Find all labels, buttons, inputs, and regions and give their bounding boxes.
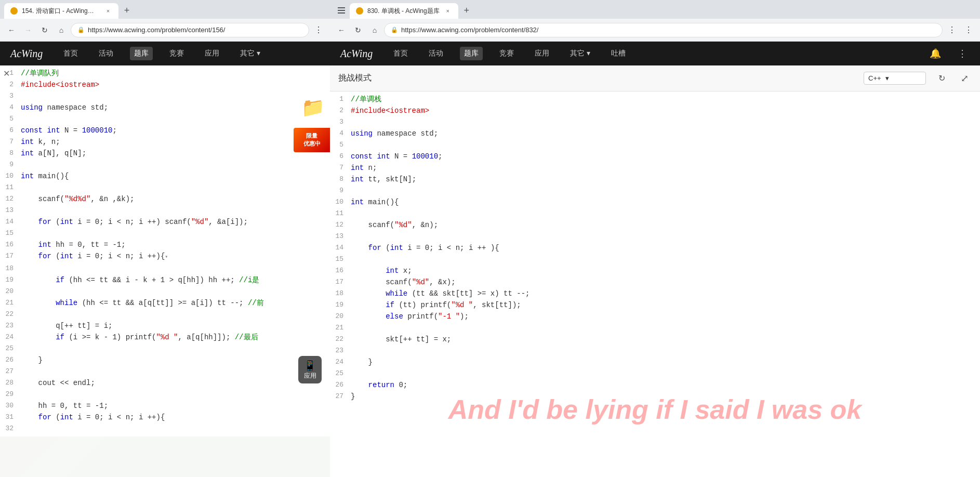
- right-sidebar-toggle[interactable]: [334, 3, 349, 18]
- right-code-line-5: 5: [330, 139, 980, 151]
- right-code-line-23: 23: [330, 345, 980, 356]
- right-back-btn[interactable]: ←: [334, 23, 349, 37]
- left-code-line-24: 24 if (i >= k - 1) printf("%d ", a[q[hh]…: [0, 332, 330, 343]
- right-code-line-16: 16 int x;: [330, 265, 980, 276]
- right-nav-problems[interactable]: 题库: [460, 47, 483, 60]
- left-reload-btn[interactable]: ↻: [37, 23, 52, 37]
- right-new-tab[interactable]: +: [459, 3, 474, 18]
- left-code-line-17: 17 for (int i = 0; i < n; i ++){▾: [0, 250, 330, 263]
- left-close-x[interactable]: ✕: [3, 69, 10, 78]
- left-nav-home[interactable]: 首页: [59, 47, 82, 60]
- right-extra-btn[interactable]: ⋮: [961, 23, 976, 37]
- app-icon-label: 应用: [303, 372, 316, 380]
- left-logo[interactable]: AcWing: [10, 48, 43, 60]
- left-address-bar: ← → ↻ ⌂ 🔒 https://www.acwing.com/problem…: [0, 19, 330, 42]
- svg-rect-2: [338, 12, 345, 14]
- left-active-tab[interactable]: 154. 滑动窗口 - AcWing题库 ×: [4, 3, 118, 19]
- right-browser: 830. 单调栈 - AcWing题库 × + ← ↻ ⌂ 🔒 https://…: [330, 0, 980, 477]
- right-home-btn[interactable]: ⌂: [367, 23, 382, 37]
- right-code-container: 1 //单调栈 2 #include<iostream> 3 4 using n…: [330, 91, 980, 404]
- right-reload-btn[interactable]: ↻: [351, 23, 365, 37]
- left-back-btn[interactable]: ←: [4, 23, 19, 37]
- left-code-line-4: 4 using namespace std;: [0, 102, 330, 113]
- right-tab-favicon: [356, 7, 363, 15]
- left-code-line-10: 10 int main(){: [0, 170, 330, 182]
- right-nav-other[interactable]: 其它 ▾: [566, 47, 594, 60]
- left-forward-btn[interactable]: →: [21, 23, 35, 37]
- left-code-line-22: 22: [0, 309, 330, 320]
- left-lock-icon: 🔒: [77, 27, 85, 33]
- left-code-line-13: 13: [0, 205, 330, 216]
- left-tab-close[interactable]: ×: [104, 7, 112, 15]
- right-notification-btn[interactable]: 🔔: [928, 46, 943, 61]
- right-code-line-15: 15: [330, 254, 980, 265]
- right-code-line-4: 4 using namespace std;: [330, 128, 980, 139]
- right-code-line-22: 22 skt[++ tt] = x;: [330, 334, 980, 345]
- right-code-line-9: 9: [330, 185, 980, 196]
- right-challenge-title: 挑战模式: [338, 73, 372, 84]
- right-nav-activity[interactable]: 活动: [425, 47, 447, 60]
- left-new-tab[interactable]: +: [120, 3, 134, 18]
- right-nav-home[interactable]: 首页: [389, 47, 412, 60]
- left-code-line-32: 32: [0, 423, 330, 434]
- left-settings-btn[interactable]: ⋮: [311, 23, 326, 37]
- right-code-line-19: 19 if (tt) printf("%d ", skt[tt]);: [330, 299, 980, 311]
- right-code-line-14: 14 for (int i = 0; i < n; i ++ ){: [330, 242, 980, 254]
- right-address-bar: ← ↻ ⌂ 🔒 https://www.acwing.com/problem/c…: [330, 19, 980, 42]
- floating-sticker: 限量 优惠中: [294, 128, 330, 152]
- right-url-text: https://www.acwing.com/problem/content/8…: [401, 26, 936, 34]
- left-code-line-18: 18: [0, 263, 330, 274]
- left-url-bar[interactable]: 🔒 https://www.acwing.com/problem/content…: [71, 23, 309, 37]
- left-code-line-31: 31 for (int i = 0; i < n; i ++){: [0, 412, 330, 423]
- right-code-line-21: 21: [330, 322, 980, 334]
- left-tab-favicon: [10, 7, 18, 15]
- left-code-line-5: 5: [0, 113, 330, 125]
- right-code-line-26: 26 return 0;: [330, 379, 980, 391]
- left-code-area: ✕ 1 //单调队列 2 #include<iostream> 3 4 usi: [0, 65, 330, 477]
- right-site-header: AcWing 首页 活动 题库 竞赛 应用 其它 ▾ 吐槽 🔔 ⋮: [330, 42, 980, 65]
- left-code-line-6: 6 const int N = 1000010;: [0, 125, 330, 136]
- left-code-container: 1 //单调队列 2 #include<iostream> 3 4 using …: [0, 65, 330, 436]
- left-code-line-11: 11: [0, 182, 330, 193]
- left-code-line-1: 1 //单调队列: [0, 68, 330, 79]
- right-expand-btn[interactable]: ⤢: [957, 71, 972, 86]
- right-code-line-10: 10 int main(){: [330, 196, 980, 208]
- left-nav-activity[interactable]: 活动: [95, 47, 117, 60]
- right-nav-vent[interactable]: 吐槽: [607, 47, 630, 60]
- left-code-line-23: 23 q[++ tt] = i;: [0, 320, 330, 332]
- right-code-line-1: 1 //单调栈: [330, 94, 980, 105]
- left-code-line-27: 27: [0, 366, 330, 377]
- right-active-tab[interactable]: 830. 单调栈 - AcWing题库 ×: [350, 3, 458, 19]
- sticker-line1: 限量: [296, 132, 328, 140]
- left-code-line-30: 30 hh = 0, tt = -1;: [0, 400, 330, 412]
- left-code-line-25: 25: [0, 343, 330, 354]
- right-logo[interactable]: AcWing: [340, 48, 373, 60]
- right-nav-contest[interactable]: 竞赛: [495, 47, 518, 60]
- right-nav-apps[interactable]: 应用: [531, 47, 553, 60]
- right-lock-icon: 🔒: [391, 27, 398, 33]
- right-code-line-25: 25: [330, 368, 980, 379]
- left-code-line-28: 28 cout << endl;: [0, 377, 330, 389]
- right-code-line-2: 2 #include<iostream>: [330, 105, 980, 116]
- right-lang-select[interactable]: C++ ▾: [864, 72, 926, 85]
- left-code-line-9: 9: [0, 159, 330, 170]
- left-home-btn[interactable]: ⌂: [54, 23, 69, 37]
- left-url-text: https://www.acwing.com/problem/content/1…: [88, 26, 302, 34]
- right-code-line-8: 8 int tt, skt[N];: [330, 174, 980, 185]
- right-code-line-27: 27 }: [330, 391, 980, 402]
- right-refresh-btn[interactable]: ↻: [934, 71, 949, 86]
- left-tab-title: 154. 滑动窗口 - AcWing题库: [22, 7, 100, 16]
- left-nav-contest[interactable]: 竞赛: [165, 47, 188, 60]
- right-url-bar[interactable]: 🔒 https://www.acwing.com/problem/content…: [384, 23, 943, 37]
- left-nav-other[interactable]: 其它 ▾: [236, 47, 264, 60]
- left-code-line-7: 7 int k, n;: [0, 136, 330, 148]
- right-extra-icon[interactable]: ⋮: [955, 46, 970, 61]
- app-icon[interactable]: 📱 应用: [298, 356, 322, 383]
- left-nav-apps[interactable]: 应用: [201, 47, 223, 60]
- svg-rect-0: [338, 7, 345, 8]
- left-code-line-21: 21 while (hh <= tt && a[q[tt]] >= a[i]) …: [0, 297, 330, 309]
- right-tab-close[interactable]: ×: [444, 7, 452, 15]
- left-nav-problems[interactable]: 题库: [130, 47, 153, 60]
- left-site-header: AcWing 首页 活动 题库 竞赛 应用 其它 ▾: [0, 42, 330, 65]
- right-settings-btn[interactable]: ⋮: [945, 23, 959, 37]
